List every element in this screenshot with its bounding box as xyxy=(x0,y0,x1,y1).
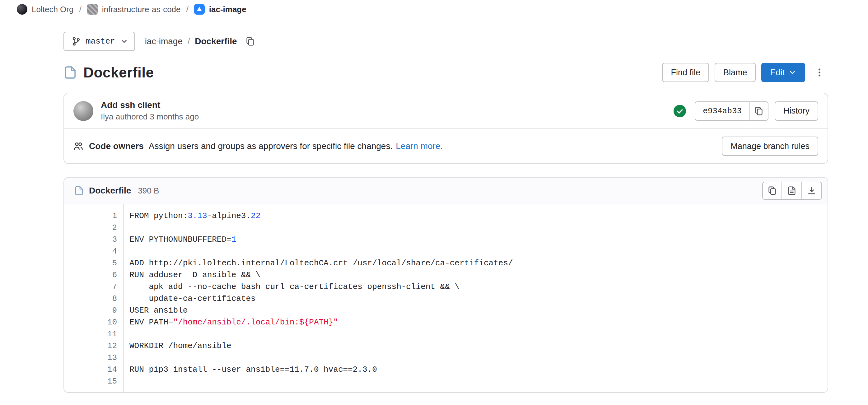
manage-branch-rules-button[interactable]: Manage branch rules xyxy=(722,136,818,156)
pipeline-status-icon[interactable] xyxy=(674,105,686,117)
branch-selector[interactable]: master xyxy=(63,32,135,51)
page-title-row: Dockerfile Find file Blame Edit xyxy=(63,63,828,82)
line-number-link[interactable]: 1 xyxy=(64,210,123,222)
path-repo-link[interactable]: iac-image xyxy=(145,36,183,46)
edit-button[interactable]: Edit xyxy=(761,63,805,82)
ref-path-row: master iac-image / Dockerfile xyxy=(63,32,828,51)
branch-name: master xyxy=(86,37,115,46)
check-icon xyxy=(676,107,683,115)
breadcrumb-org-link[interactable]: Loltech Org xyxy=(17,4,73,14)
line-number-link[interactable]: 5 xyxy=(64,257,123,269)
path-file-name: Dockerfile xyxy=(195,36,237,46)
commit-title-link[interactable]: Add ssh client xyxy=(101,100,199,110)
line-numbers-gutter: 123456789101112131415 xyxy=(64,205,124,392)
copy-icon xyxy=(768,186,777,195)
commit-author-avatar[interactable] xyxy=(73,101,93,121)
manage-branch-rules-label: Manage branch rules xyxy=(731,142,809,151)
copy-file-contents-button[interactable] xyxy=(762,182,782,200)
find-file-button[interactable]: Find file xyxy=(662,63,709,82)
code-token: ENV PATH= xyxy=(129,318,173,327)
line-number-link[interactable]: 12 xyxy=(64,340,123,352)
code-line: update-ca-certificates xyxy=(129,293,828,305)
file-name: Dockerfile xyxy=(89,186,131,196)
code-line: ADD http://pki.loltech.internal/LoltechC… xyxy=(129,257,828,269)
line-number-link[interactable]: 4 xyxy=(64,245,123,257)
commit-card: Add ssh client Ilya authored 3 months ag… xyxy=(63,93,828,164)
code-line: RUN adduser -D ansible && \ xyxy=(129,269,828,281)
breadcrumb-group-link[interactable]: infrastructure-as-code xyxy=(87,4,181,14)
more-actions-button[interactable] xyxy=(811,63,828,82)
copy-icon xyxy=(754,106,764,116)
code-line: RUN pip3 install --user ansible==11.7.0 … xyxy=(129,364,828,375)
line-number-link[interactable]: 11 xyxy=(64,328,123,340)
code-token: ENV PYTHONUNBUFFERED= xyxy=(129,235,231,244)
line-number-link[interactable]: 15 xyxy=(64,375,123,387)
header-divider xyxy=(0,19,868,19)
file-path-breadcrumb: iac-image / Dockerfile xyxy=(145,33,258,50)
breadcrumb-separator: / xyxy=(186,5,189,14)
open-raw-button[interactable] xyxy=(782,182,802,200)
code-owners-description: Assign users and groups as approvers for… xyxy=(149,141,393,151)
code-token: USER ansible xyxy=(129,306,188,315)
edit-label: Edit xyxy=(770,68,785,77)
code-token: RUN pip3 install --user ansible==11.7.0 … xyxy=(129,365,377,374)
line-number-link[interactable]: 14 xyxy=(64,364,123,375)
title-actions: Find file Blame Edit xyxy=(662,63,828,82)
code-line: ENV PYTHONUNBUFFERED=1 xyxy=(129,233,828,245)
commit-text: Add ssh client Ilya authored 3 months ag… xyxy=(101,100,199,122)
code-token: apk add --no-cache bash curl ca-certific… xyxy=(129,282,460,291)
project-avatar xyxy=(194,4,205,14)
raw-file-icon xyxy=(787,186,797,195)
line-number-link[interactable]: 2 xyxy=(64,222,123,233)
download-button[interactable] xyxy=(802,182,822,200)
history-button[interactable]: History xyxy=(775,101,818,121)
blame-label: Blame xyxy=(723,68,747,77)
commit-sha[interactable]: e934ab33 xyxy=(695,101,750,121)
copy-file-path-button[interactable] xyxy=(242,33,258,50)
line-number-link[interactable]: 10 xyxy=(64,316,123,328)
code-token-str: "/home/ansible/.local/bin:${PATH}" xyxy=(173,318,338,327)
commit-meta: Ilya authored 3 months ago xyxy=(101,112,199,122)
main-content: master iac-image / Dockerfile Dock xyxy=(63,32,828,393)
file-type-icon xyxy=(63,66,77,79)
code-line xyxy=(129,352,828,364)
code-owners-title: Code owners xyxy=(89,141,144,151)
line-number-link[interactable]: 6 xyxy=(64,269,123,281)
code-line xyxy=(129,328,828,340)
code-token-num: 3.13 xyxy=(188,211,207,221)
line-number-link[interactable]: 13 xyxy=(64,352,123,364)
line-number-link[interactable]: 3 xyxy=(64,233,123,245)
download-icon xyxy=(807,186,816,195)
breadcrumb-separator: / xyxy=(79,5,81,14)
file-header: Dockerfile 390 B xyxy=(64,178,828,205)
top-breadcrumb-bar: Loltech Org / infrastructure-as-code / i… xyxy=(0,0,868,19)
line-number-link[interactable]: 8 xyxy=(64,293,123,305)
line-number-link[interactable]: 7 xyxy=(64,281,123,293)
file-viewer: Dockerfile 390 B xyxy=(63,177,828,393)
learn-more-link[interactable]: Learn more. xyxy=(396,141,443,151)
breadcrumb-project-label: iac-image xyxy=(209,5,246,14)
code-line: apk add --no-cache bash curl ca-certific… xyxy=(129,281,828,293)
kebab-icon xyxy=(814,67,825,77)
chevron-down-icon xyxy=(788,68,797,76)
code-token: ADD http://pki.loltech.internal/LoltechC… xyxy=(129,258,513,268)
code-token: RUN adduser -D ansible && \ xyxy=(129,270,260,280)
code-token: -alpine3. xyxy=(207,211,251,221)
path-separator: / xyxy=(188,37,190,46)
chevron-down-icon xyxy=(120,37,128,45)
code-token: FROM python: xyxy=(129,211,188,221)
code-content: FROM python:3.13-alpine3.22 ENV PYTHONUN… xyxy=(124,205,828,392)
file-icon xyxy=(74,186,84,196)
breadcrumb-project-link[interactable]: iac-image xyxy=(194,4,246,14)
code-line: FROM python:3.13-alpine3.22 xyxy=(129,210,828,222)
line-number-link[interactable]: 9 xyxy=(64,305,123,316)
code-viewer: 123456789101112131415 FROM python:3.13-a… xyxy=(64,205,828,392)
blame-button[interactable]: Blame xyxy=(715,63,756,82)
commit-actions: e934ab33 History xyxy=(674,101,818,121)
copy-sha-button[interactable] xyxy=(749,101,769,121)
copy-icon xyxy=(245,37,255,46)
code-line: WORKDIR /home/ansible xyxy=(129,340,828,352)
code-token-num: 1 xyxy=(231,235,237,244)
code-line: USER ansible xyxy=(129,305,828,316)
code-line xyxy=(129,222,828,233)
